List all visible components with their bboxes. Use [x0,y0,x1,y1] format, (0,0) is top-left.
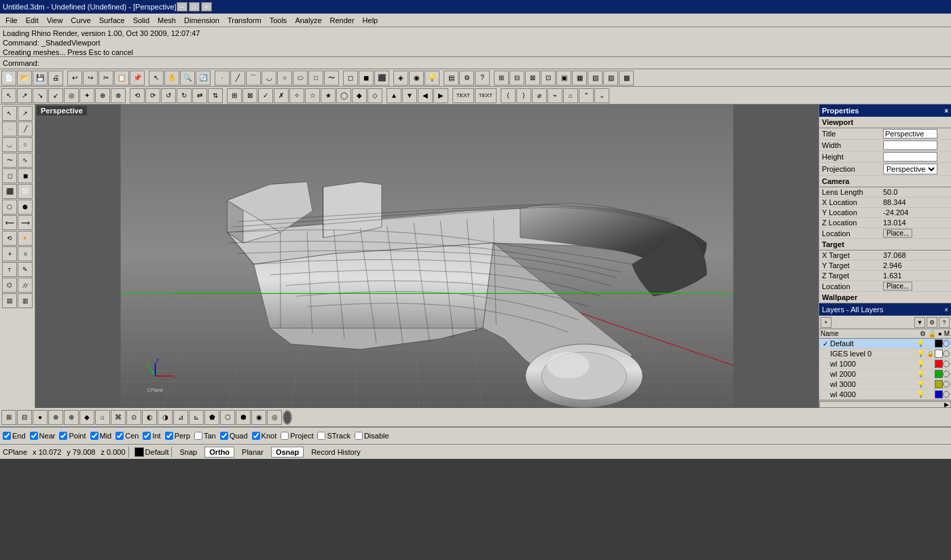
prop-place-camera-button[interactable]: Place... [883,229,912,238]
menu-mesh[interactable]: Mesh [154,15,180,26]
tb-undo[interactable]: ↩ [67,71,82,86]
tb-view6[interactable]: ▦ [572,71,587,86]
prop-input-width[interactable] [883,141,937,150]
btb-8[interactable]: ⌘ [111,410,126,425]
btb-18[interactable]: ◎ [267,410,282,425]
snap-status[interactable]: Snap [175,447,202,458]
layers-settings-icon[interactable]: ⚙ [927,317,937,328]
tb2-5[interactable]: ◎ [64,88,79,103]
tb-open[interactable]: 📂 [17,71,32,86]
tb-view1[interactable]: ⊞ [494,71,509,86]
prop-select-projection[interactable]: Perspective Parallel [883,164,937,174]
tb-cut[interactable]: ✂ [98,71,113,86]
tb-print[interactable]: 🖨 [48,71,63,86]
tb2-20[interactable]: ☆ [305,88,320,103]
tb2-4[interactable]: ↙ [48,88,63,103]
tb2-32[interactable]: ⌁ [548,88,562,103]
snap-checkbox-tan[interactable] [194,432,202,440]
tb-render1[interactable]: ◈ [393,71,408,86]
lt-select[interactable]: ↖ [2,106,17,121]
btb-11[interactable]: ◑ [158,410,173,425]
tb-select[interactable]: ↖ [149,71,164,86]
layers-help-icon[interactable]: ? [939,317,950,328]
btb-9[interactable]: ⊙ [126,410,141,425]
snap-checkbox-quad[interactable] [220,432,228,440]
btb-12[interactable]: ⊿ [173,410,188,425]
tb-surface1[interactable]: ◻ [343,71,358,86]
tb-ellipse[interactable]: ⬭ [293,71,308,86]
tb2-21[interactable]: ★ [321,88,336,103]
tb-extrude[interactable]: ⬛ [374,71,389,86]
lt-layer1[interactable]: ▤ [2,293,17,308]
tb2-10[interactable]: ⟳ [145,88,160,103]
lt-analyze1[interactable]: ⌬ [2,278,17,293]
tb-rectangle[interactable]: □ [308,71,323,86]
tb-point[interactable]: · [215,71,230,86]
record-history-status[interactable]: Record History [306,447,365,458]
lt-transform2[interactable]: ✦ [18,231,33,246]
snap-checkbox-cen[interactable] [115,432,124,440]
tb2-12[interactable]: ↻ [177,88,192,103]
layers-add-button[interactable]: + [821,317,831,328]
snap-checkbox-perp[interactable] [165,432,173,440]
menu-analyze[interactable]: Analyze [291,15,325,26]
snap-checkbox-disable[interactable] [355,432,363,440]
tb-view8[interactable]: ▨ [603,71,618,86]
lt-surf1[interactable]: ◻ [2,168,17,183]
tb2-1[interactable]: ↖ [1,88,16,103]
viewport-container[interactable]: Perspective [35,105,819,408]
tb-rotate[interactable]: 🔄 [196,71,211,86]
prop-input-height[interactable] [883,152,937,162]
tb2-33[interactable]: ⌂ [563,88,578,103]
tb-view9[interactable]: ▩ [619,71,634,86]
btb-6[interactable]: ◆ [79,410,94,425]
btb-1[interactable]: ⊞ [1,410,16,425]
layer-row-iges[interactable]: IGES level 0 💡 🔒 [819,349,951,359]
tb-help[interactable]: ? [475,71,490,86]
layers-close-icon[interactable]: × [944,306,948,314]
tb2-26[interactable]: ▼ [402,88,417,103]
menu-view[interactable]: View [43,15,67,26]
scroll-right-icon[interactable]: ▶ [944,401,949,408]
tb2-28[interactable]: ▶ [433,88,448,103]
snap-checkbox-mid[interactable] [90,432,98,440]
btb-5[interactable]: ⊗ [64,410,79,425]
minimize-button[interactable]: ─ [177,2,187,12]
lt-analyze2[interactable]: ⌭ [18,278,33,293]
tb-layer1[interactable]: ▤ [444,71,459,86]
lt-surf2[interactable]: ◼ [18,168,33,183]
tb2-25[interactable]: ▲ [387,88,401,103]
btb-13[interactable]: ⊾ [189,410,204,425]
tb-view2[interactable]: ⊟ [509,71,524,86]
tb2-13[interactable]: ⇄ [192,88,207,103]
tb-redo[interactable]: ↪ [83,71,98,86]
tb2-19[interactable]: ✧ [289,88,304,103]
tb-view4[interactable]: ⊡ [541,71,556,86]
lt-edit1[interactable]: ⌖ [2,246,17,261]
snap-checkbox-point[interactable] [59,432,67,440]
tb2-18[interactable]: ✗ [274,88,289,103]
tb-line[interactable]: ╱ [230,71,245,86]
prop-input-title[interactable] [883,129,937,138]
snap-checkbox-strack[interactable] [317,432,325,440]
layer-row-wl4000[interactable]: wl 4000 💡 [819,390,951,400]
tb2-24[interactable]: ◇ [367,88,382,103]
lt-text1[interactable]: T [2,262,17,277]
snap-checkbox-int[interactable] [143,432,151,440]
menu-curve[interactable]: Curve [67,15,94,26]
layer-row-wl1000[interactable]: wl 1000 💡 [819,359,951,369]
lt-select2[interactable]: ↗ [18,106,33,121]
tb-prop[interactable]: ⚙ [459,71,474,86]
snap-checkbox-end[interactable] [3,432,11,440]
tb2-29[interactable]: ⟨ [501,88,516,103]
planar-status[interactable]: Planar [237,447,268,458]
properties-close-icon[interactable]: × [944,107,948,115]
lt-point[interactable]: · [2,122,17,136]
tb-copy[interactable]: 📋 [114,71,129,86]
layer-row-wl2000[interactable]: wl 2000 💡 [819,369,951,379]
tb2-7[interactable]: ⊕ [95,88,110,103]
lt-mesh1[interactable]: ⬡ [2,200,17,214]
ortho-status[interactable]: Ortho [204,447,234,458]
tb2-6[interactable]: ✦ [79,88,94,103]
tb2-22[interactable]: ◯ [336,88,351,103]
